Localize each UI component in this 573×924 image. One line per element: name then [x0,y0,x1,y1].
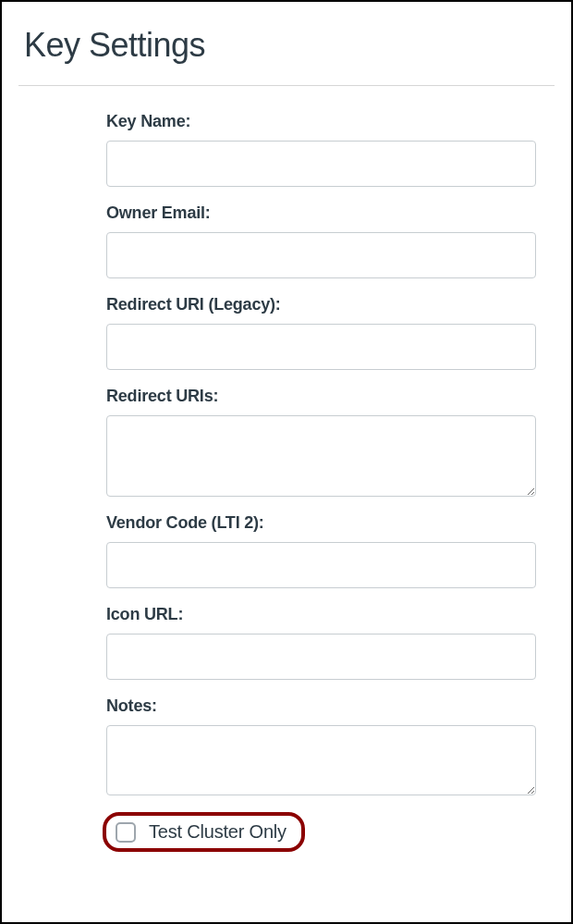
vendor-code-label: Vendor Code (LTI 2): [106,513,536,533]
redirect-uri-legacy-label: Redirect URI (Legacy): [106,295,536,314]
redirect-uris-input[interactable] [106,415,536,497]
field-vendor-code: Vendor Code (LTI 2): [106,513,536,588]
key-name-label: Key Name: [106,112,536,131]
field-key-name: Key Name: [106,112,536,187]
notes-label: Notes: [106,696,536,716]
test-cluster-checkbox[interactable] [116,822,136,843]
redirect-uris-label: Redirect URIs: [106,387,536,406]
key-settings-panel: Key Settings Key Name: Owner Email: Redi… [0,0,573,924]
owner-email-label: Owner Email: [106,203,536,223]
notes-input[interactable] [106,725,536,795]
form-area: Key Name: Owner Email: Redirect URI (Leg… [18,112,555,852]
icon-url-label: Icon URL: [106,605,536,624]
field-redirect-uri-legacy: Redirect URI (Legacy): [106,295,536,370]
field-notes: Notes: [106,696,536,795]
field-icon-url: Icon URL: [106,605,536,680]
field-owner-email: Owner Email: [106,203,536,278]
test-cluster-highlight: Test Cluster Only [103,812,305,852]
vendor-code-input[interactable] [106,542,536,588]
icon-url-input[interactable] [106,634,536,680]
key-name-input[interactable] [106,141,536,187]
header-divider [18,85,555,86]
redirect-uri-legacy-input[interactable] [106,324,536,370]
field-redirect-uris: Redirect URIs: [106,387,536,497]
owner-email-input[interactable] [106,232,536,278]
test-cluster-label[interactable]: Test Cluster Only [149,821,286,843]
test-cluster-row: Test Cluster Only [106,812,536,852]
page-title: Key Settings [18,26,555,65]
